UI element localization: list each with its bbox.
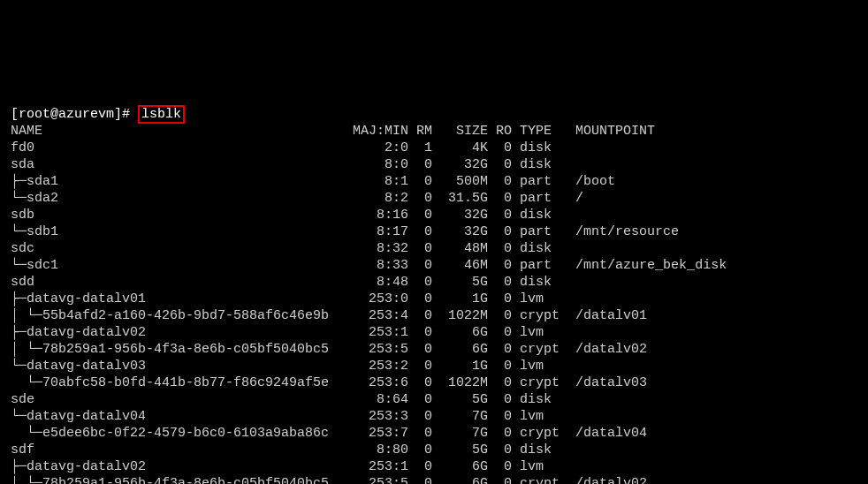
table-row: │ └─78b259a1-956b-4f3a-8e6b-c05bf5040bc5… bbox=[11, 476, 647, 484]
table-row: sda 8:0 0 32G 0 disk bbox=[11, 157, 567, 172]
typed-command[interactable]: lsblk bbox=[138, 105, 185, 124]
table-row: ├─datavg-datalv02 253:1 0 6G 0 lvm bbox=[11, 459, 567, 474]
table-row: ├─datavg-datalv02 253:1 0 6G 0 lvm bbox=[11, 325, 567, 340]
user-host: [root@azurevm] bbox=[11, 107, 122, 122]
prompt-hash: # bbox=[122, 107, 130, 122]
table-row: │ └─78b259a1-956b-4f3a-8e6b-c05bf5040bc5… bbox=[11, 342, 647, 357]
table-row: └─datavg-datalv04 253:3 0 7G 0 lvm bbox=[11, 409, 567, 424]
table-row: │ └─55b4afd2-a160-426b-9bd7-588af6c46e9b… bbox=[11, 308, 647, 323]
table-row: sdb 8:16 0 32G 0 disk bbox=[11, 208, 567, 223]
table-row: └─e5dee6bc-0f22-4579-b6c0-6103a9aba86c 2… bbox=[11, 426, 647, 441]
table-row: ├─sda1 8:1 0 500M 0 part /boot bbox=[11, 174, 615, 189]
table-header-row: NAME MAJ:MIN RM SIZE RO TYPE MOUNTPOINT bbox=[11, 124, 655, 139]
table-row: fd0 2:0 1 4K 0 disk bbox=[11, 140, 567, 155]
terminal-output[interactable]: [root@azurevm]# lsblk NAME MAJ:MIN RM SI… bbox=[0, 84, 868, 484]
table-row: sdd 8:48 0 5G 0 disk bbox=[11, 275, 567, 290]
table-row: └─sdb1 8:17 0 32G 0 part /mnt/resource bbox=[11, 224, 679, 239]
shell-prompt: [root@azurevm]# bbox=[11, 107, 138, 122]
table-row: └─datavg-datalv03 253:2 0 1G 0 lvm bbox=[11, 359, 567, 374]
table-row: ├─datavg-datalv01 253:0 0 1G 0 lvm bbox=[11, 291, 567, 306]
table-row: sde 8:64 0 5G 0 disk bbox=[11, 392, 567, 407]
lsblk-table: NAME MAJ:MIN RM SIZE RO TYPE MOUNTPOINT … bbox=[11, 123, 857, 484]
table-row: └─sda2 8:2 0 31.5G 0 part / bbox=[11, 191, 583, 206]
table-row: └─70abfc58-b0fd-441b-8b77-f86c9249af5e 2… bbox=[11, 375, 647, 390]
table-row: sdc 8:32 0 48M 0 disk bbox=[11, 241, 567, 256]
table-row: sdf 8:80 0 5G 0 disk bbox=[11, 442, 567, 458]
table-row: └─sdc1 8:33 0 46M 0 part /mnt/azure_bek_… bbox=[11, 258, 727, 273]
